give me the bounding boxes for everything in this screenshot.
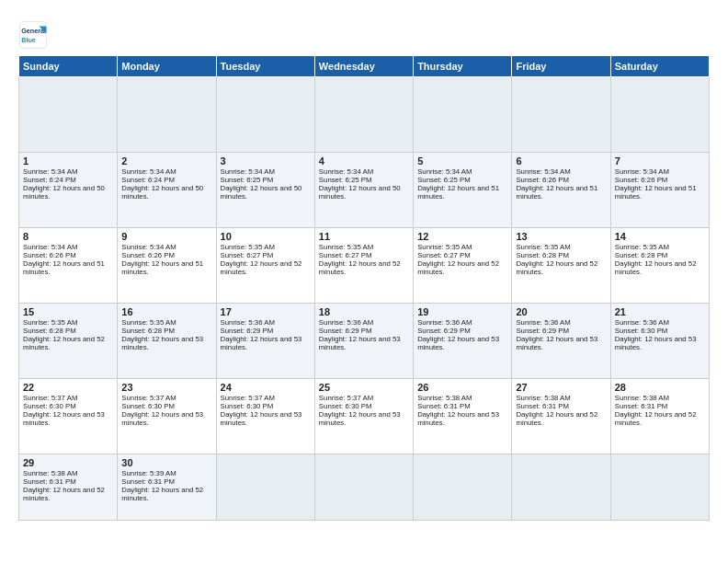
daylight-text: Daylight: 12 hours and 52 minutes. [516,259,606,276]
calendar-cell: 17Sunrise: 5:36 AMSunset: 6:29 PMDayligh… [216,304,314,379]
calendar-cell [610,454,709,521]
daylight-text: Daylight: 12 hours and 51 minutes. [121,259,211,276]
calendar-cell [512,77,610,153]
page: General Blue SundayMondayTuesdayWednesda… [0,0,728,563]
sunrise-text: Sunrise: 5:35 AM [417,243,507,251]
calendar-row-3: 15Sunrise: 5:35 AMSunset: 6:28 PMDayligh… [19,304,710,379]
daylight-text: Daylight: 12 hours and 52 minutes. [121,486,211,502]
calendar-cell: 22Sunrise: 5:37 AMSunset: 6:30 PMDayligh… [19,379,118,454]
sunset-text: Sunset: 6:30 PM [319,402,409,410]
day-number: 28 [615,382,705,393]
sunrise-text: Sunrise: 5:36 AM [417,318,507,327]
day-number: 10 [221,231,311,242]
sunrise-text: Sunrise: 5:37 AM [23,394,113,402]
calendar-cell: 1Sunrise: 5:34 AMSunset: 6:24 PMDaylight… [19,153,118,228]
sunrise-text: Sunrise: 5:35 AM [615,243,705,251]
sunset-text: Sunset: 6:25 PM [319,176,409,184]
calendar-cell: 3Sunrise: 5:34 AMSunset: 6:25 PMDaylight… [216,153,314,228]
calendar-row-4: 22Sunrise: 5:37 AMSunset: 6:30 PMDayligh… [19,379,710,454]
calendar-cell: 26Sunrise: 5:38 AMSunset: 6:31 PMDayligh… [414,379,512,454]
sunset-text: Sunset: 6:26 PM [615,176,705,184]
sunrise-text: Sunrise: 5:34 AM [221,167,311,176]
day-number: 18 [319,306,409,317]
daylight-text: Daylight: 12 hours and 51 minutes. [23,259,113,276]
daylight-text: Daylight: 12 hours and 51 minutes. [516,184,606,201]
calendar-cell: 20Sunrise: 5:36 AMSunset: 6:29 PMDayligh… [512,304,610,379]
sunrise-text: Sunrise: 5:35 AM [221,243,311,251]
calendar-cell [512,454,610,521]
day-number: 14 [615,231,705,242]
daylight-text: Daylight: 12 hours and 52 minutes. [516,410,606,427]
calendar-cell: 11Sunrise: 5:35 AMSunset: 6:27 PMDayligh… [314,228,413,304]
calendar-header-friday: Friday [512,56,610,77]
calendar-header-wednesday: Wednesday [314,56,413,77]
calendar-cell: 27Sunrise: 5:38 AMSunset: 6:31 PMDayligh… [512,379,610,454]
day-number: 4 [319,155,409,167]
sunset-text: Sunset: 6:29 PM [417,327,507,335]
logo-icon: General Blue [18,20,48,50]
calendar-cell: 16Sunrise: 5:35 AMSunset: 6:28 PMDayligh… [118,304,216,379]
day-number: 21 [615,306,705,317]
day-number: 17 [221,306,311,317]
sunrise-text: Sunrise: 5:35 AM [23,318,113,327]
daylight-text: Daylight: 12 hours and 52 minutes. [319,259,409,276]
daylight-text: Daylight: 12 hours and 52 minutes. [615,259,705,276]
sunset-text: Sunset: 6:25 PM [221,176,311,184]
day-number: 8 [23,231,113,242]
calendar-cell: 7Sunrise: 5:34 AMSunset: 6:26 PMDaylight… [610,153,709,228]
logo: General Blue [18,20,51,50]
sunrise-text: Sunrise: 5:37 AM [221,394,311,402]
sunset-text: Sunset: 6:27 PM [417,251,507,259]
day-number: 23 [121,382,211,393]
calendar-header-tuesday: Tuesday [216,56,314,77]
sunrise-text: Sunrise: 5:38 AM [516,394,606,402]
calendar-cell: 10Sunrise: 5:35 AMSunset: 6:27 PMDayligh… [216,228,314,304]
daylight-text: Daylight: 12 hours and 53 minutes. [319,335,409,351]
svg-text:Blue: Blue [21,36,36,44]
calendar-cell [118,77,216,153]
calendar-cell [414,454,512,521]
calendar-row-5: 29Sunrise: 5:38 AMSunset: 6:31 PMDayligh… [19,454,710,521]
sunset-text: Sunset: 6:28 PM [121,327,211,335]
day-number: 24 [221,382,311,393]
sunrise-text: Sunrise: 5:38 AM [23,469,113,477]
day-number: 7 [615,155,705,167]
sunset-text: Sunset: 6:28 PM [516,251,606,259]
calendar-header-saturday: Saturday [610,56,709,77]
sunrise-text: Sunrise: 5:37 AM [121,394,211,402]
sunrise-text: Sunrise: 5:34 AM [121,243,211,251]
sunset-text: Sunset: 6:26 PM [23,251,113,259]
calendar-cell: 14Sunrise: 5:35 AMSunset: 6:28 PMDayligh… [610,228,709,304]
calendar-header-row: SundayMondayTuesdayWednesdayThursdayFrid… [19,56,710,77]
day-number: 1 [23,155,113,167]
daylight-text: Daylight: 12 hours and 53 minutes. [23,410,113,427]
calendar-cell: 5Sunrise: 5:34 AMSunset: 6:25 PMDaylight… [414,153,512,228]
sunrise-text: Sunrise: 5:35 AM [516,243,606,251]
daylight-text: Daylight: 12 hours and 53 minutes. [319,410,409,427]
calendar-cell [216,454,314,521]
calendar-cell: 23Sunrise: 5:37 AMSunset: 6:30 PMDayligh… [118,379,216,454]
sunset-text: Sunset: 6:26 PM [121,251,211,259]
calendar-cell [610,77,709,153]
daylight-text: Daylight: 12 hours and 53 minutes. [221,335,311,351]
calendar-cell: 19Sunrise: 5:36 AMSunset: 6:29 PMDayligh… [414,304,512,379]
calendar-table: SundayMondayTuesdayWednesdayThursdayFrid… [18,55,710,521]
day-number: 27 [516,382,606,393]
calendar-cell: 2Sunrise: 5:34 AMSunset: 6:24 PMDaylight… [118,153,216,228]
daylight-text: Daylight: 12 hours and 50 minutes. [319,184,409,201]
calendar-cell: 8Sunrise: 5:34 AMSunset: 6:26 PMDaylight… [19,228,118,304]
day-number: 20 [516,306,606,317]
sunset-text: Sunset: 6:30 PM [23,402,113,410]
calendar-cell: 18Sunrise: 5:36 AMSunset: 6:29 PMDayligh… [314,304,413,379]
sunrise-text: Sunrise: 5:38 AM [615,394,705,402]
sunrise-text: Sunrise: 5:36 AM [319,318,409,327]
header: General Blue [18,17,710,50]
calendar-cell [314,77,413,153]
sunrise-text: Sunrise: 5:39 AM [121,469,211,477]
daylight-text: Daylight: 12 hours and 53 minutes. [516,335,606,351]
calendar-cell: 12Sunrise: 5:35 AMSunset: 6:27 PMDayligh… [414,228,512,304]
sunrise-text: Sunrise: 5:34 AM [121,167,211,176]
daylight-text: Daylight: 12 hours and 53 minutes. [417,410,507,427]
calendar-row-2: 8Sunrise: 5:34 AMSunset: 6:26 PMDaylight… [19,228,710,304]
sunset-text: Sunset: 6:28 PM [23,327,113,335]
